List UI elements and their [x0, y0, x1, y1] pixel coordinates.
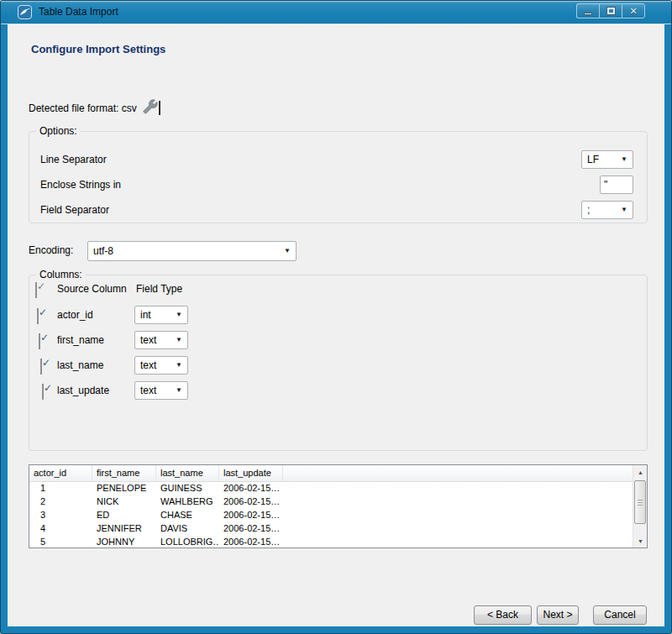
- checkmark-icon: ✓: [44, 382, 52, 394]
- preview-header-last-update[interactable]: last_update: [219, 465, 283, 481]
- field-type-value: int: [140, 309, 151, 321]
- cell-last-update: 2006-02-15…: [219, 509, 283, 522]
- table-row[interactable]: 2 NICK WAHLBERG 2006-02-15…: [29, 495, 647, 509]
- cell-actor-id: 3: [29, 509, 92, 522]
- line-separator-value: LF: [587, 154, 599, 165]
- maximize-icon: [607, 8, 615, 14]
- checkmark-icon: ✓: [37, 280, 45, 292]
- cell-actor-id: 4: [29, 522, 92, 536]
- table-row[interactable]: 5 JOHNNY LOLLOBRIG… 2006-02-15…: [29, 536, 647, 548]
- minimize-icon: [584, 13, 592, 15]
- cell-last-update: 2006-02-15…: [219, 522, 283, 536]
- cell-actor-id: 5: [29, 536, 92, 548]
- field-separator-label: Field Separator: [40, 204, 109, 216]
- cell-last-name: WAHLBERG: [156, 495, 219, 509]
- select-all-columns-checkbox[interactable]: ✓: [35, 282, 37, 298]
- cell-first-name: ED: [92, 509, 156, 522]
- columns-group-label: Columns:: [36, 269, 86, 280]
- page-title: Configure Import Settings: [31, 43, 165, 55]
- columns-group: Columns: ✓ Source Column Field Type ✓ ac…: [29, 275, 648, 451]
- chevron-down-icon: ▼: [621, 155, 627, 163]
- cancel-button[interactable]: Cancel: [593, 605, 647, 625]
- table-row[interactable]: 4 JENNIFER DAVIS 2006-02-15…: [29, 522, 647, 536]
- import-options-button[interactable]: [143, 99, 158, 116]
- chevron-down-icon: ▼: [284, 247, 291, 254]
- window-title: Table Data Import: [39, 1, 118, 24]
- column-name-last-update: last_update: [57, 385, 109, 396]
- column-checkbox-last-name[interactable]: ✓: [40, 359, 42, 375]
- encoding-value: utf-8: [93, 245, 113, 257]
- cell-first-name: PENELOPE: [92, 482, 156, 495]
- close-icon: ✕: [629, 6, 637, 17]
- enclose-strings-input[interactable]: [600, 176, 633, 194]
- toolbar-separator: [159, 101, 160, 115]
- cell-last-name: DAVIS: [156, 522, 219, 536]
- field-type-select-last-name[interactable]: text ▼: [134, 356, 188, 375]
- field-type-select-last-update[interactable]: text ▼: [134, 381, 188, 400]
- chevron-down-icon: ▼: [176, 336, 182, 343]
- mysql-workbench-icon: [18, 5, 32, 19]
- chevron-down-icon: ▼: [176, 311, 182, 318]
- checkmark-icon: ✓: [42, 357, 50, 369]
- cell-first-name: NICK: [92, 495, 156, 509]
- cell-last-name: GUINESS: [156, 482, 219, 495]
- table-data-import-dialog: Table Data Import ✕ Configure Import Set…: [0, 0, 672, 634]
- scrollbar-thumb[interactable]: [634, 480, 646, 524]
- minimize-button[interactable]: [576, 3, 599, 18]
- column-checkbox-first-name[interactable]: ✓: [39, 333, 40, 349]
- back-button[interactable]: < Back: [474, 605, 532, 625]
- enclose-strings-label: Enclose Strings in: [40, 179, 121, 191]
- next-button[interactable]: Next >: [537, 605, 579, 625]
- field-type-value: text: [140, 359, 156, 371]
- scroll-down-icon[interactable]: ▼: [633, 534, 648, 548]
- column-name-last-name: last_name: [57, 359, 103, 371]
- cell-last-update: 2006-02-15…: [219, 495, 283, 509]
- cell-last-update: 2006-02-15…: [219, 482, 283, 495]
- chevron-down-icon: ▼: [621, 206, 627, 213]
- field-type-select-first-name[interactable]: text ▼: [134, 331, 188, 349]
- field-type-value: text: [140, 334, 156, 346]
- cell-actor-id: 1: [29, 482, 92, 495]
- options-group-label: Options:: [36, 125, 81, 137]
- titlebar[interactable]: Table Data Import ✕: [1, 1, 671, 24]
- wrench-icon: [143, 99, 158, 114]
- cell-first-name: JENNIFER: [92, 522, 156, 536]
- encoding-label: Encoding:: [29, 244, 73, 256]
- column-name-first-name: first_name: [57, 334, 104, 346]
- field-separator-value: ;: [587, 204, 590, 216]
- field-separator-select[interactable]: ; ▼: [581, 201, 633, 219]
- encoding-select[interactable]: utf-8 ▼: [87, 241, 297, 261]
- line-separator-label: Line Separator: [40, 154, 107, 165]
- checkmark-icon: ✓: [40, 332, 49, 343]
- cell-last-name: CHASE: [156, 509, 219, 522]
- source-column-header: Source Column: [57, 283, 127, 295]
- cell-actor-id: 2: [29, 495, 92, 509]
- preview-header-last-name[interactable]: last_name: [156, 465, 219, 481]
- maximize-button[interactable]: [599, 3, 622, 18]
- options-group: Options: Line Separator LF ▼ Enclose Str…: [29, 131, 648, 223]
- chevron-down-icon: ▼: [176, 386, 182, 394]
- vertical-scrollbar[interactable]: ▲ ▼: [633, 465, 647, 548]
- cell-last-update: 2006-02-15…: [219, 536, 283, 548]
- chevron-down-icon: ▼: [176, 361, 182, 369]
- column-checkbox-actor-id[interactable]: ✓: [37, 308, 39, 324]
- data-preview-table: actor_id first_name last_name last_updat…: [29, 464, 648, 548]
- preview-header-actor-id[interactable]: actor_id: [29, 465, 92, 481]
- cell-last-name: LOLLOBRIG…: [156, 536, 219, 548]
- close-button[interactable]: ✕: [622, 3, 645, 18]
- field-type-select-actor-id[interactable]: int ▼: [134, 306, 188, 324]
- preview-header-first-name[interactable]: first_name: [92, 465, 156, 481]
- field-type-value: text: [140, 385, 156, 396]
- cell-first-name: JOHNNY: [92, 536, 156, 548]
- scroll-up-icon[interactable]: ▲: [633, 465, 648, 479]
- column-checkbox-last-update[interactable]: ✓: [42, 384, 44, 400]
- field-type-header: Field Type: [136, 283, 182, 295]
- preview-header-row: actor_id first_name last_name last_updat…: [29, 465, 647, 482]
- detected-file-format: Detected file format: csv: [29, 102, 137, 114]
- table-row[interactable]: 3 ED CHASE 2006-02-15…: [29, 509, 647, 522]
- preview-header-filler: [283, 465, 647, 481]
- table-row[interactable]: 1 PENELOPE GUINESS 2006-02-15…: [29, 482, 647, 495]
- checkmark-icon: ✓: [39, 307, 47, 318]
- line-separator-select[interactable]: LF ▼: [581, 150, 633, 169]
- detected-file-format-value: csv: [122, 102, 137, 114]
